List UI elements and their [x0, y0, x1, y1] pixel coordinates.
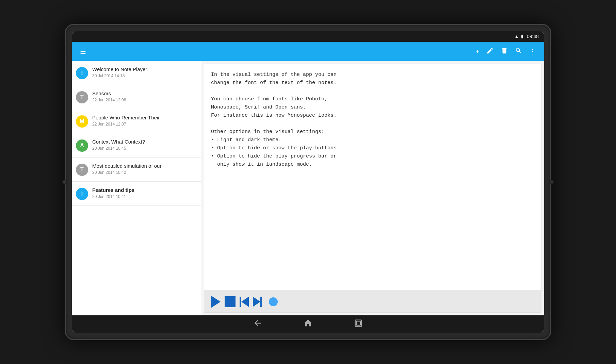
progress-indicator	[269, 297, 278, 306]
camera-icon	[62, 180, 67, 184]
search-button[interactable]	[512, 44, 525, 59]
note-item-simulation[interactable]: T Most detailed simulation of our 20 Jun…	[72, 158, 201, 182]
top-bar: ☰ + ⋮	[72, 42, 544, 61]
avatar-context: A	[76, 139, 88, 152]
battery-icon: ▮	[521, 34, 523, 39]
note-date-context: 20 Jun 2014 10:45	[92, 146, 197, 151]
more-options-button[interactable]: ⋮	[526, 45, 539, 58]
note-item-welcome[interactable]: I Welcome to Note Player! 30 Jul 2014 14…	[72, 61, 201, 85]
back-nav-button[interactable]	[253, 318, 262, 330]
status-bar: ▲ ▮ 09:48	[72, 31, 544, 42]
home-nav-button[interactable]	[303, 318, 313, 330]
avatar-welcome: I	[76, 67, 88, 79]
delete-button[interactable]	[498, 44, 511, 59]
edit-button[interactable]	[484, 44, 497, 59]
prev-button[interactable]	[240, 297, 249, 307]
note-viewer: In the visual settings of the app you ca…	[204, 64, 541, 313]
status-time: 09:48	[527, 34, 539, 39]
avatar-people: M	[76, 115, 88, 128]
svg-rect-1	[356, 321, 360, 325]
player-controls	[204, 291, 541, 312]
note-item-features[interactable]: I Features and tips 20 Jun 2014 10:41	[72, 182, 201, 206]
note-date-welcome: 30 Jul 2014 14:18	[92, 73, 197, 78]
note-item-people[interactable]: M People Who Remember Their 22 Jun 2014 …	[72, 109, 201, 133]
avatar-features: I	[76, 188, 88, 200]
note-info-welcome: Welcome to Note Player! 30 Jul 2014 14:1…	[92, 66, 197, 78]
note-content-text: In the visual settings of the app you ca…	[204, 64, 541, 291]
wifi-icon: ▲	[514, 34, 519, 39]
main-content: I Welcome to Note Player! 30 Jul 2014 14…	[72, 61, 544, 315]
top-bar-actions: + ⋮	[473, 44, 539, 59]
recent-apps-nav-button[interactable]	[354, 318, 363, 330]
note-title-features: Features and tips	[92, 187, 197, 193]
note-title-sensors: Sensors	[92, 90, 197, 96]
screen: ▲ ▮ 09:48 ☰ +	[72, 31, 544, 333]
avatar-sensors: T	[76, 91, 88, 103]
avatar-simulation: T	[76, 164, 88, 176]
app-container: ☰ + ⋮	[72, 42, 544, 315]
note-title-context: Context What Context?	[92, 139, 197, 145]
note-title-people: People Who Remember Their	[92, 115, 197, 120]
tablet-outer: ▲ ▮ 09:48 ☰ +	[65, 24, 551, 340]
note-date-sensors: 22 Jun 2014 12:08	[92, 98, 197, 102]
tablet-screen: ▲ ▮ 09:48 ☰ +	[72, 31, 544, 333]
hamburger-menu-button[interactable]: ☰	[77, 45, 89, 58]
play-button[interactable]	[211, 296, 221, 308]
note-date-features: 20 Jun 2014 10:41	[92, 194, 197, 199]
note-info-sensors: Sensors 22 Jun 2014 12:08	[92, 90, 197, 102]
status-icons: ▲ ▮ 09:48	[514, 34, 539, 39]
next-button[interactable]	[253, 297, 262, 307]
speaker-icon	[550, 180, 554, 184]
add-button[interactable]: +	[473, 45, 482, 58]
note-list: I Welcome to Note Player! 30 Jul 2014 14…	[72, 61, 201, 315]
note-item-context[interactable]: A Context What Context? 20 Jun 2014 10:4…	[72, 133, 201, 158]
note-info-simulation: Most detailed simulation of our 20 Jun 2…	[92, 163, 197, 175]
note-info-context: Context What Context? 20 Jun 2014 10:45	[92, 139, 197, 151]
note-info-people: People Who Remember Their 22 Jun 2014 12…	[92, 115, 197, 127]
navigation-bar	[72, 315, 544, 333]
note-date-people: 22 Jun 2014 12:07	[92, 122, 197, 127]
note-item-sensors[interactable]: T Sensors 22 Jun 2014 12:08	[72, 85, 201, 109]
note-info-features: Features and tips 20 Jun 2014 10:41	[92, 187, 197, 199]
note-title-welcome: Welcome to Note Player!	[92, 66, 197, 72]
stop-button[interactable]	[225, 296, 236, 307]
note-date-simulation: 20 Jun 2014 10:42	[92, 170, 197, 175]
note-title-simulation: Most detailed simulation of our	[92, 163, 197, 169]
